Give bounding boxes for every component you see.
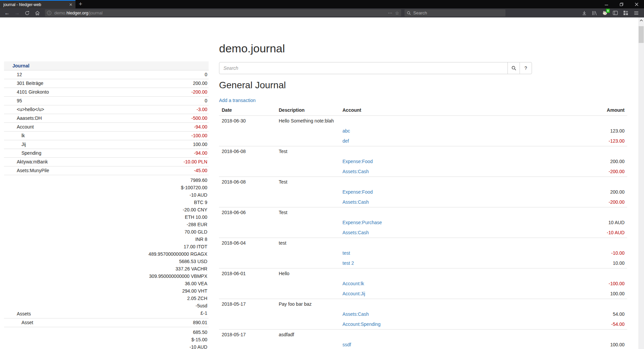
empty-cell [340,146,560,157]
transaction-block: 2018-05-17 asdfadf ssdf 100.00 tttt -100… [219,330,627,349]
account-balance: 7989.60 [149,177,207,184]
account-name-link[interactable]: lk [4,133,192,139]
search-icon [407,11,411,15]
account-balance: -3.00 [197,107,207,112]
browser-tab[interactable]: journal - hledger-web ✕ [0,0,75,8]
site-info-icon[interactable]: i [47,11,51,15]
empty-cell [340,268,560,279]
empty-cell [219,156,276,166]
vertical-scrollbar[interactable] [638,17,644,349]
sidebar-account-row: 12 0 [4,70,209,79]
account-balance: -10 AUD [149,191,207,199]
transaction-header-row: 2018-06-06 Test [219,207,627,218]
url-bar[interactable]: i demo.hledger.org/journal ⋯ ☆ [45,9,401,16]
empty-cell [560,146,627,157]
account-name-link[interactable]: Assets [4,311,149,317]
posting-account-link[interactable]: Expense:Food [342,159,373,164]
sidebar-account-row: Assets 7989.60$-100720.00-10 AUDBTC 9-20… [4,175,209,318]
posting-account-link[interactable]: Assets:Cash [342,230,369,235]
account-name-link[interactable]: 301 Beiträge [4,81,193,86]
bookmark-star-icon[interactable]: ☆ [395,10,399,16]
transaction-header-row: 2018-06-30 Hello Something note:blah [219,116,627,126]
account-name-link[interactable]: Aaasets:DH [4,115,192,121]
posting-amount: 123.00 [560,126,627,136]
scrollbar-thumb[interactable] [639,26,644,43]
scroll-up-button[interactable] [638,17,644,23]
posting-account-link[interactable]: abc [342,128,350,134]
transaction-block: 2018-06-04 test test -10.00 test 2 10.00 [219,238,627,268]
account-name-link[interactable]: Jij [4,142,193,147]
reload-button[interactable] [22,9,32,17]
empty-cell [276,217,340,228]
posting-account-link[interactable]: Assets:Cash [342,169,369,174]
account-name-link[interactable]: Aktywa:mBank [4,159,183,165]
close-button[interactable] [629,0,644,8]
account-name-link[interactable]: <u>hello</u> [4,107,197,112]
back-button[interactable]: ← [2,9,12,17]
account-name-link[interactable]: Asset [4,320,193,326]
apps-grid-button[interactable] [621,9,631,17]
account-name-link[interactable]: 12 [4,72,205,78]
search-help-button[interactable]: ? [520,62,532,74]
page-actions-icon[interactable]: ⋯ [388,10,392,15]
transaction-description: Test [276,177,340,187]
account-name-link[interactable]: 4101 Girokonto [4,89,192,95]
posting-row: ssdf 100.00 [219,340,627,349]
download-icon [582,11,587,15]
new-tab-button[interactable]: + [75,0,86,8]
posting-account-link[interactable]: Account:Jij [342,291,365,296]
journal-link[interactable]: Journal [12,63,30,68]
add-transaction-link[interactable]: Add a transaction [219,98,256,103]
forward-button[interactable]: → [12,9,22,17]
sidebar-account-row: Spending -94.00 [4,149,209,157]
library-icon [592,11,597,15]
account-balance: 685.50 [183,329,207,336]
sidebar-toggle-button[interactable] [610,9,621,17]
journal-search-form: ? [219,62,532,74]
posting-account-link[interactable]: Expense:Food [342,189,373,195]
posting-account-link[interactable]: Account:lk [342,281,364,286]
empty-cell [340,207,560,218]
posting-account-link[interactable]: Assets:Cash [342,311,369,317]
column-header-amount: Amount [560,105,627,116]
minimize-button[interactable] [599,0,614,8]
posting-row: Assets:Cash -200.00 [219,166,627,177]
account-balances: 7989.60$-100720.00-10 AUDBTC 9-20.00 CNY… [149,177,207,317]
posting-account-link[interactable]: Expense:Purchase [342,220,382,225]
posting-row: Account:Jij 100.00 [219,289,627,299]
journal-search-input[interactable] [219,62,508,74]
posting-account-link[interactable]: def [342,138,349,144]
account-balances: -500.00 [192,115,207,121]
restore-button[interactable] [614,0,629,8]
posting-account-link[interactable]: Account:Spending [342,321,381,327]
posting-account-link[interactable]: test [342,250,350,256]
account-name-link[interactable]: Account [4,124,194,130]
menu-button[interactable] [631,9,641,17]
toolbar-search-field[interactable]: Search [405,9,505,16]
search-submit-button[interactable] [507,62,520,74]
posting-account-link[interactable]: ssdf [342,342,351,347]
posting-account-link[interactable]: Assets:Cash [342,199,369,205]
posting-row: Expense:Food 200.00 [219,187,627,197]
posting-account-cell: ssdf [340,340,560,349]
column-header-date: Date [219,105,276,116]
account-name-link[interactable]: Spending [4,150,194,156]
account-balance: 36.00 VEA [149,280,207,287]
sidebar-account-row: 4101 Girokonto -200.00 [4,88,209,96]
posting-account-link[interactable]: test 2 [342,260,354,266]
sidebar-account-list: 12 0 301 Beiträge 200.00 4101 Girokonto … [4,70,209,349]
account-name-link[interactable]: Asets:MunyPile [4,168,194,173]
tab-close-icon[interactable]: ✕ [69,2,72,7]
extension-button[interactable]: 0 [600,9,610,17]
download-button[interactable] [579,9,589,17]
posting-account-cell: Account:Jij [340,289,560,299]
home-button[interactable] [32,9,42,17]
transaction-date: 2018-06-08 [219,177,276,187]
library-button[interactable] [589,9,600,17]
posting-amount: -123.00 [560,136,627,146]
account-balances: -10.00 PLN [183,159,207,165]
account-name-link[interactable]: 95 [4,98,205,104]
transaction-date: 2018-05-17 [219,330,276,340]
account-balances: 200.00 [193,81,207,86]
sidebar-account-row: <u>hello</u> -3.00 [4,105,209,114]
